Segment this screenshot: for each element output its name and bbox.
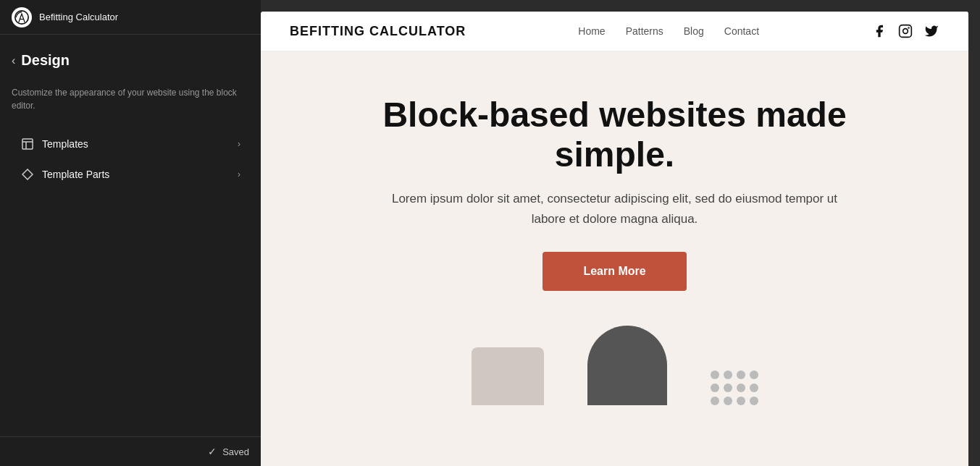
dot-6 bbox=[724, 384, 732, 392]
hero-section: Block-based websites made simple. Lorem … bbox=[261, 51, 968, 320]
section-title: Design bbox=[21, 52, 70, 69]
dot-5 bbox=[711, 384, 719, 392]
saved-status: Saved bbox=[222, 446, 249, 457]
sidebar-nav: Templates › Template Parts › bbox=[12, 130, 249, 189]
nav-home[interactable]: Home bbox=[578, 25, 605, 37]
dot-9 bbox=[711, 397, 719, 405]
hero-subtitle: Lorem ipsum dolor sit amet, consectetur … bbox=[390, 189, 839, 228]
nav-contact[interactable]: Contact bbox=[724, 25, 759, 37]
dot-7 bbox=[737, 384, 745, 392]
sidebar: Befitting Calculator ‹ Design Customize … bbox=[0, 0, 261, 466]
learn-more-button[interactable]: Learn More bbox=[543, 252, 686, 291]
dot-1 bbox=[711, 370, 719, 379]
template-parts-chevron-icon: › bbox=[238, 169, 240, 179]
nav-blog[interactable]: Blog bbox=[684, 25, 704, 37]
diamond-icon bbox=[20, 167, 35, 182]
svg-rect-1 bbox=[22, 139, 33, 149]
nav-item-left-templates: Templates bbox=[20, 137, 88, 151]
svg-point-7 bbox=[908, 27, 909, 28]
facebook-icon[interactable] bbox=[871, 23, 887, 39]
svg-marker-4 bbox=[22, 169, 33, 179]
dot-4 bbox=[750, 370, 758, 379]
top-bar: Befitting Calculator bbox=[0, 0, 261, 35]
templates-chevron-icon: › bbox=[238, 139, 240, 149]
site-nav: Home Patterns Blog Contact bbox=[578, 25, 759, 37]
back-button[interactable]: ‹ Design bbox=[12, 52, 249, 69]
wp-logo bbox=[12, 7, 32, 27]
preview-container: BEFITTING CALCULATOR Home Patterns Blog … bbox=[261, 0, 980, 466]
saved-check-icon: ✓ bbox=[208, 446, 217, 457]
dot-11 bbox=[737, 397, 745, 405]
dot-12 bbox=[750, 397, 758, 405]
twitter-icon[interactable] bbox=[924, 23, 939, 39]
svg-rect-5 bbox=[900, 25, 912, 38]
site-brand: BEFITTING CALCULATOR bbox=[290, 24, 466, 39]
dot-10 bbox=[724, 397, 732, 405]
templates-label: Templates bbox=[42, 138, 88, 150]
dots-grid bbox=[711, 370, 758, 405]
card-shape bbox=[472, 347, 544, 405]
circle-shape bbox=[587, 326, 667, 405]
sidebar-description: Customize the appearance of your website… bbox=[12, 86, 249, 112]
dot-8 bbox=[750, 384, 758, 392]
template-parts-label: Template Parts bbox=[42, 169, 109, 180]
site-name-label: Befitting Calculator bbox=[39, 12, 118, 22]
layout-icon bbox=[20, 137, 35, 151]
svg-point-6 bbox=[903, 29, 908, 34]
preview-frame: BEFITTING CALCULATOR Home Patterns Blog … bbox=[261, 12, 968, 466]
nav-item-left-template-parts: Template Parts bbox=[20, 167, 109, 182]
dot-3 bbox=[737, 370, 745, 379]
back-arrow-icon: ‹ bbox=[12, 54, 15, 67]
website-preview: BEFITTING CALCULATOR Home Patterns Blog … bbox=[261, 12, 968, 466]
social-icons bbox=[871, 23, 939, 39]
dot-2 bbox=[724, 370, 732, 379]
bottom-shapes bbox=[261, 326, 968, 405]
nav-patterns[interactable]: Patterns bbox=[626, 25, 663, 37]
site-header: BEFITTING CALCULATOR Home Patterns Blog … bbox=[261, 12, 968, 51]
sidebar-item-templates[interactable]: Templates › bbox=[12, 130, 249, 158]
instagram-icon[interactable] bbox=[897, 23, 913, 39]
sidebar-content: ‹ Design Customize the appearance of you… bbox=[0, 35, 261, 436]
sidebar-footer: ✓ Saved bbox=[0, 436, 261, 466]
sidebar-item-template-parts[interactable]: Template Parts › bbox=[12, 160, 249, 189]
hero-title: Block-based websites made simple. bbox=[369, 95, 861, 174]
